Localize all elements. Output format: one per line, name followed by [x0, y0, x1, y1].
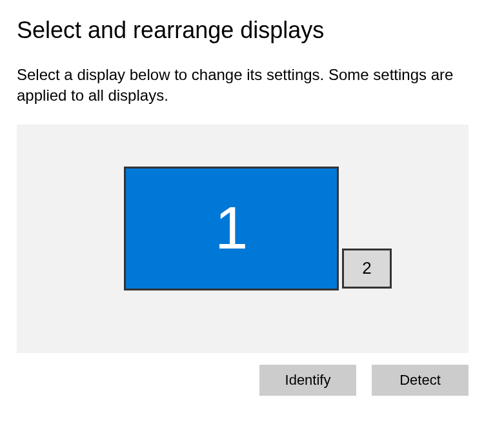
display-monitor-2[interactable]: 2	[342, 249, 392, 289]
detect-button[interactable]: Detect	[372, 365, 469, 396]
section-description: Select a display below to change its set…	[17, 65, 467, 107]
action-button-row: Identify Detect	[17, 365, 469, 396]
display-arrangement-area[interactable]: 1 2	[17, 125, 469, 353]
display-monitor-2-label: 2	[362, 258, 371, 278]
section-heading: Select and rearrange displays	[17, 17, 467, 44]
display-monitor-1[interactable]: 1	[124, 167, 339, 290]
display-monitor-1-label: 1	[215, 194, 248, 262]
identify-button[interactable]: Identify	[259, 365, 356, 396]
